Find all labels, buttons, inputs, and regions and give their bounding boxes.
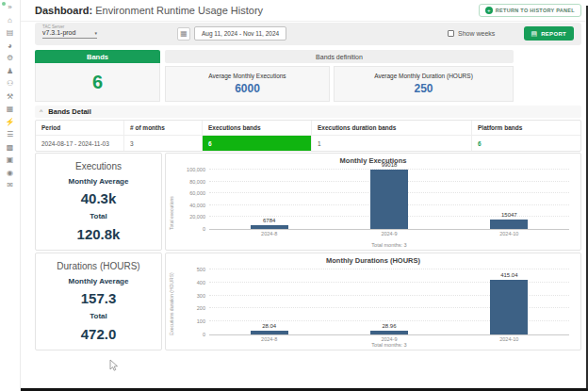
y-axis-label: Executions duration (HOURS) bbox=[169, 269, 174, 335]
y-tick-label: 60,000 bbox=[189, 190, 205, 196]
bar-2024-10[interactable] bbox=[490, 220, 528, 229]
list-icon[interactable]: ☰ bbox=[7, 131, 13, 138]
bar-value-label: 28.96 bbox=[329, 323, 449, 329]
control-bar: TAC Server v7.3.1-prod ▾ ▦ Aug 11, 2024 … bbox=[35, 23, 581, 45]
executions-summary-card: Executions Monthly Average 40.3k Total 1… bbox=[35, 153, 162, 251]
executions-title: Executions bbox=[75, 161, 122, 171]
monthly-executions-chart: Monthly Executions Total executions020,0… bbox=[165, 153, 581, 251]
report-button[interactable]: ▤ REPORT bbox=[524, 26, 574, 41]
show-weeks-toggle[interactable]: Show weeks bbox=[448, 30, 495, 37]
users-icon[interactable]: ⚇ bbox=[7, 80, 13, 88]
page-title: Dashboard: Environment Runtime Usage His… bbox=[35, 5, 263, 16]
show-weeks-label: Show weeks bbox=[458, 30, 495, 37]
collapse-sidebar-icon[interactable]: » bbox=[8, 4, 11, 11]
bands-definition-title: Bands definition bbox=[165, 50, 514, 63]
durations-monthly-average-value: 157.3 bbox=[81, 290, 117, 306]
home-icon[interactable]: ⌂ bbox=[8, 17, 12, 24]
chart-title: Monthly Durations (HOURS) bbox=[166, 256, 580, 265]
document-icon[interactable]: ▤ bbox=[7, 29, 14, 37]
bar-value-label: 99018 bbox=[329, 162, 449, 168]
durations-total-value: 472.0 bbox=[81, 326, 117, 342]
bar-2024-9[interactable] bbox=[370, 331, 408, 334]
bar-value-label: 6784 bbox=[209, 218, 329, 223]
bar-2024-8[interactable] bbox=[251, 331, 288, 334]
executions-monthly-average-label: Monthly Average bbox=[69, 177, 129, 186]
pie-chart-icon[interactable]: ◕ bbox=[8, 42, 12, 50]
x-tick-label: 2024-10 bbox=[449, 231, 569, 236]
bands-card: Bands 6 bbox=[35, 50, 160, 102]
collapse-chevron-icon[interactable]: ^ bbox=[40, 108, 42, 115]
bands-detail-table: Period # of months Executions bands Exec… bbox=[35, 120, 581, 152]
executions-total-value: 120.8k bbox=[77, 226, 121, 242]
executions-total-label: Total bbox=[90, 212, 107, 220]
eye-icon[interactable]: ◉ bbox=[7, 170, 13, 177]
avg-monthly-executions-card: Average Monthly Executions 6000 bbox=[165, 66, 330, 102]
durations-title: Durations (HOURS) bbox=[57, 261, 139, 271]
app-logo-dot bbox=[2, 2, 6, 6]
monthly-durations-chart: Monthly Durations (HOURS) Executions dur… bbox=[165, 253, 581, 350]
bands-detail-header: ^ Bands Detail bbox=[35, 106, 581, 118]
avg-monthly-duration-card: Average Monthly Duration (HOURS) 250 bbox=[334, 66, 514, 102]
y-tick-label: 20,000 bbox=[189, 214, 205, 220]
table-row[interactable]: 2024-08-17 - 2024-11-03 3 6 1 6 bbox=[36, 135, 580, 151]
y-tick-label: 100 bbox=[197, 318, 205, 324]
modules-icon[interactable]: ▦ bbox=[7, 106, 14, 113]
user-icon[interactable]: ♟ bbox=[7, 68, 13, 75]
plot-area: 010020030040050028.042024-828.962024-941… bbox=[209, 269, 569, 335]
avg-monthly-executions-value: 6000 bbox=[235, 82, 260, 95]
bar-value-label: 415.04 bbox=[449, 272, 569, 278]
bar-2024-8[interactable] bbox=[251, 225, 288, 229]
sidebar-icon-rail: »⌂▤◕⚙♟⚇⚒▦⚡☰▩▣◉✉ bbox=[0, 0, 21, 391]
tac-server-value: v7.3.1-prod bbox=[42, 29, 75, 36]
y-tick-label: 40,000 bbox=[189, 203, 205, 208]
return-icon: + bbox=[485, 7, 493, 14]
bar-value-label: 15047 bbox=[449, 212, 569, 218]
y-tick-label: 100,000 bbox=[187, 167, 205, 172]
y-tick-label: 500 bbox=[197, 267, 205, 272]
plot-area: 020,00040,00060,00080,000100,00067842024… bbox=[209, 170, 569, 230]
y-axis-label: Total executions bbox=[169, 170, 174, 230]
y-tick-label: 80,000 bbox=[189, 179, 205, 185]
files-icon[interactable]: ▣ bbox=[7, 156, 14, 164]
x-axis-label: Total months: 3 bbox=[209, 342, 569, 348]
avg-monthly-duration-value: 250 bbox=[414, 82, 433, 95]
bands-definition-panel: Bands definition Average Monthly Executi… bbox=[165, 50, 514, 102]
y-tick-label: 300 bbox=[197, 293, 205, 299]
date-range-input[interactable]: Aug 11, 2024 - Nov 11, 2024 bbox=[194, 26, 286, 41]
cell-executions-bands: 6 bbox=[203, 135, 312, 151]
avg-monthly-duration-label: Average Monthly Duration (HOURS) bbox=[374, 73, 473, 79]
gear-icon[interactable]: ⚙ bbox=[7, 55, 13, 62]
y-tick-label: 0 bbox=[203, 226, 205, 232]
grid-icon[interactable]: ▩ bbox=[7, 144, 14, 152]
cell-period: 2024-08-17 - 2024-11-03 bbox=[36, 135, 124, 151]
bar-2024-10[interactable] bbox=[490, 280, 528, 334]
col-executions-duration-bands: Executions duration bands bbox=[312, 121, 472, 135]
tools-icon[interactable]: ⚒ bbox=[7, 93, 13, 101]
return-button-label: RETURN TO HISTORY PANEL bbox=[496, 8, 575, 13]
bolt-icon[interactable]: ⚡ bbox=[6, 119, 15, 126]
y-tick-label: 0 bbox=[203, 332, 205, 337]
chat-icon[interactable]: ✉ bbox=[7, 182, 13, 189]
date-range-group: ▦ Aug 11, 2024 - Nov 11, 2024 bbox=[177, 26, 286, 41]
bar-2024-9[interactable] bbox=[370, 170, 408, 229]
y-tick-label: 200 bbox=[197, 305, 205, 311]
return-to-history-panel-button[interactable]: + RETURN TO HISTORY PANEL bbox=[479, 4, 581, 17]
calendar-icon[interactable]: ▦ bbox=[177, 27, 190, 41]
chevron-down-icon: ▾ bbox=[94, 30, 97, 36]
executions-monthly-average-value: 40.3k bbox=[81, 190, 117, 206]
durations-monthly-average-label: Monthly Average bbox=[69, 277, 129, 285]
bands-card-header: Bands bbox=[35, 50, 160, 63]
col-executions-bands: Executions bands bbox=[203, 121, 312, 135]
y-tick-label: 400 bbox=[197, 280, 205, 285]
mouse-cursor bbox=[108, 359, 120, 372]
bands-detail-title: Bands Detail bbox=[48, 107, 90, 116]
tac-server-select[interactable]: TAC Server v7.3.1-prod ▾ bbox=[42, 24, 97, 39]
table-header-row: Period # of months Executions bands Exec… bbox=[36, 121, 580, 135]
col-months: # of months bbox=[124, 121, 203, 135]
x-tick-label: 2024-9 bbox=[329, 231, 449, 236]
show-weeks-checkbox[interactable] bbox=[448, 30, 454, 37]
page-title-text: Environment Runtime Usage History bbox=[95, 5, 263, 16]
cell-platform-bands: 6 bbox=[472, 135, 580, 151]
durations-total-label: Total bbox=[90, 312, 107, 320]
col-period: Period bbox=[36, 121, 124, 135]
